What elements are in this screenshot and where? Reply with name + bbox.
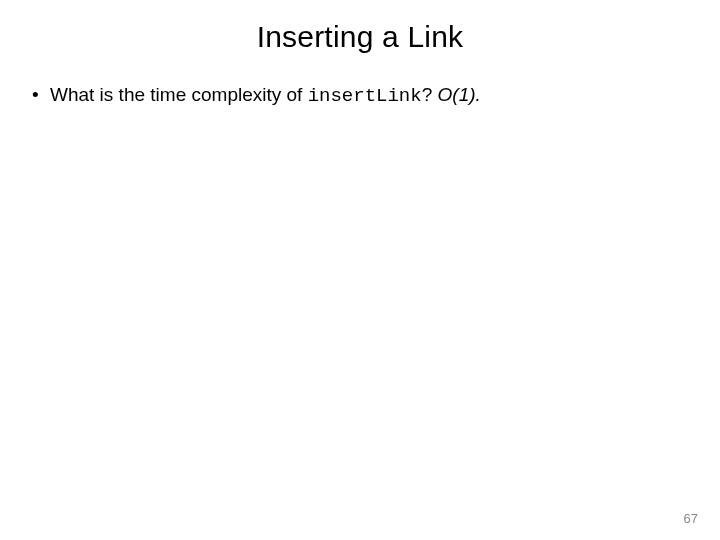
- bullet-answer: O(1).: [438, 84, 481, 105]
- slide-title: Inserting a Link: [32, 20, 688, 54]
- bullet-list: What is the time complexity of insertLin…: [32, 82, 688, 110]
- bullet-text-prefix: What is the time complexity of: [50, 84, 308, 105]
- page-number: 67: [684, 511, 698, 526]
- bullet-question: ?: [422, 84, 438, 105]
- bullet-code: insertLink: [308, 85, 422, 107]
- bullet-item: What is the time complexity of insertLin…: [32, 82, 688, 110]
- slide-container: Inserting a Link What is the time comple…: [0, 0, 720, 540]
